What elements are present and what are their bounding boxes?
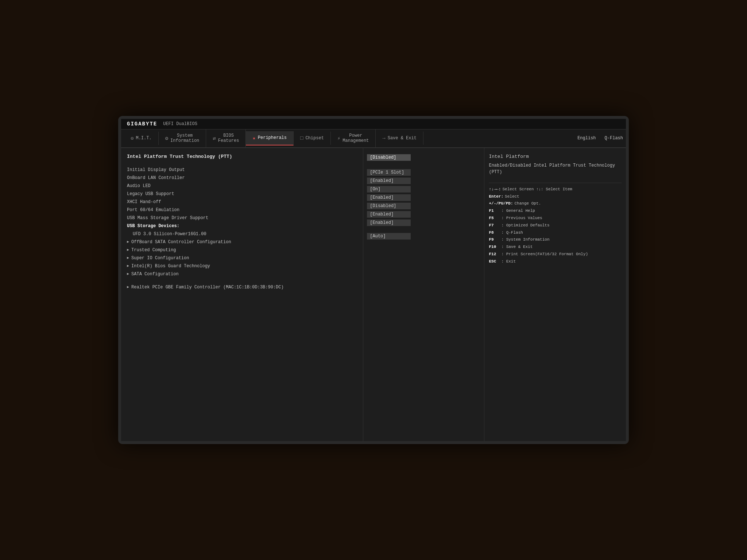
brand-uefi: UEFI DualBIOS xyxy=(163,121,197,127)
help-line-f5: F5 : Previous Values xyxy=(489,215,622,222)
help-key-arrows: ↑↓→←: xyxy=(489,186,501,193)
help-line-f10: F10 : Save & Exit xyxy=(489,244,622,251)
help-box: ↑↓→←: Select Screen ↑↓: Select Item Ente… xyxy=(489,186,622,265)
arrow-icon-realtek: ▶ xyxy=(127,284,129,290)
value-disabled-xhci[interactable]: [Disabled] xyxy=(367,202,480,209)
help-key-change: +/-/PU/PD: xyxy=(489,200,513,207)
help-key-f10: F10 xyxy=(489,244,500,251)
help-desc-enter: Select xyxy=(505,193,519,201)
platform-label: Intel Platform xyxy=(489,154,622,159)
qflash-button[interactable]: Q-Flash xyxy=(605,136,623,141)
menu-item-sata[interactable]: ▶SATA Configuration xyxy=(127,270,357,278)
chipset-icon: □ xyxy=(300,135,303,141)
tab-power-management[interactable]: ⚡ PowerManagement xyxy=(331,129,376,147)
help-key-f9: F9 xyxy=(489,236,500,244)
bios-screen: GIGABYTE UEFI DualBIOS ⊙ M.I.T. ⚙ System… xyxy=(121,119,626,441)
menu-column: Intel Platform Trust Technology (PTT) In… xyxy=(121,148,363,441)
help-desc-f1: : General Help xyxy=(501,207,535,215)
help-key-f5: F5 xyxy=(489,215,500,222)
help-desc-f7: : Optimized Defaults xyxy=(501,222,549,229)
help-key-f12: F12 xyxy=(489,251,500,258)
content-area: Intel Platform Trust Technology (PTT) In… xyxy=(121,148,626,441)
value-auto-ufd[interactable]: [Auto] xyxy=(367,233,480,240)
help-line-enter: Enter: Select xyxy=(489,193,622,201)
menu-item-trusted[interactable]: ▶Trusted Computing xyxy=(127,246,357,254)
menu-item-superio[interactable]: ▶Super IO Configuration xyxy=(127,254,357,262)
main-item-title: Intel Platform Trust Technology (PTT) xyxy=(127,154,357,159)
tab-chipset-label: Chipset xyxy=(305,136,324,141)
value-enabled-lan[interactable]: [Enabled] xyxy=(367,177,480,184)
help-desc-arrows: Select Screen ↑↓: Select Item xyxy=(502,186,572,193)
system-icon: ⚙ xyxy=(165,135,168,141)
value-enabled-usb[interactable]: [Enabled] xyxy=(367,194,480,201)
menu-item-audio[interactable]: Audio LED xyxy=(127,182,357,190)
value-enabled-mass[interactable]: [Enabled] xyxy=(367,219,480,226)
arrow-icon-offboard: ▶ xyxy=(127,239,129,245)
tab-chipset[interactable]: □ Chipset xyxy=(294,132,331,145)
help-key-f7: F7 xyxy=(489,222,500,229)
help-line-f8: F8 : Q-Flash xyxy=(489,229,622,237)
menu-item-usb-mass[interactable]: USB Mass Storage Driver Support xyxy=(127,214,357,222)
tab-mit-label: M.I.T. xyxy=(136,136,151,141)
menu-item-legacy-usb[interactable]: Legacy USB Support xyxy=(127,190,357,198)
help-line-esc: ESC : Exit xyxy=(489,258,622,265)
arrow-icon-sata: ▶ xyxy=(127,271,129,277)
tab-power-label: PowerManagement xyxy=(342,133,369,144)
help-line-f7: F7 : Optimized Defaults xyxy=(489,222,622,229)
arrow-icon-superio: ▶ xyxy=(127,255,129,261)
info-divider xyxy=(489,183,622,183)
menu-item-realtek[interactable]: ▶Realtek PCIe GBE Family Controller (MAC… xyxy=(127,283,357,291)
menu-item-spacer xyxy=(127,278,357,283)
help-key-f8: F8 xyxy=(489,229,500,237)
brand-gigabyte: GIGABYTE xyxy=(127,121,157,127)
tab-save-exit[interactable]: → Save & Exit xyxy=(376,132,423,145)
value-disabled-ptt[interactable]: [Disabled] xyxy=(367,154,411,161)
nav-right: English Q-Flash xyxy=(577,136,623,141)
help-key-enter: Enter: xyxy=(489,193,503,201)
info-description: Enabled/Disabled Intel Platform Trust Te… xyxy=(489,162,622,175)
value-enabled-port[interactable]: [Enabled] xyxy=(367,211,480,218)
menu-item-display[interactable]: Initial Display Output xyxy=(127,166,357,174)
bios-icon: ⇄ xyxy=(213,135,216,141)
help-desc-f5: : Previous Values xyxy=(501,215,542,222)
info-help-column: Intel Platform Enabled/Disabled Intel Pl… xyxy=(484,148,626,441)
help-line-arrows: ↑↓→←: Select Screen ↑↓: Select Item xyxy=(489,186,622,193)
menu-list: Initial Display Output OnBoard LAN Contr… xyxy=(127,166,357,291)
menu-item-lan[interactable]: OnBoard LAN Controller xyxy=(127,174,357,182)
menu-item-biosguard[interactable]: ▶Intel(R) Bios Guard Technology xyxy=(127,262,357,270)
help-line-f1: F1 : General Help xyxy=(489,207,622,215)
value-on-audio[interactable]: [On] xyxy=(367,186,480,192)
menu-item-usb-storage-header: USB Storage Devices: xyxy=(127,222,357,230)
header-bar: GIGABYTE UEFI DualBIOS xyxy=(121,119,626,129)
help-desc-f8: : Q-Flash xyxy=(501,229,523,237)
menu-item-xhci[interactable]: XHCI Hand-off xyxy=(127,198,357,206)
tab-system-information[interactable]: ⚙ SystemInformation xyxy=(159,129,206,147)
help-desc-esc: : Exit xyxy=(501,258,516,265)
tab-mit[interactable]: ⊙ M.I.T. xyxy=(124,132,159,145)
help-desc-change: Change Opt. xyxy=(514,200,541,207)
menu-item-offboard[interactable]: ▶OffBoard SATA Controller Configuration xyxy=(127,238,357,246)
tab-system-label: SystemInformation xyxy=(170,133,199,144)
peripherals-icon: ★ xyxy=(252,135,255,141)
help-line-change: +/-/PU/PD: Change Opt. xyxy=(489,200,622,207)
values-column: [Disabled] [PCIe 1 Slot] [Enabled] [On] … xyxy=(363,148,484,441)
nav-tabs: ⊙ M.I.T. ⚙ SystemInformation ⇄ BIOSFeatu… xyxy=(121,129,626,148)
menu-item-ufd[interactable]: UFD 3.0 Silicon-Power16G1.00 xyxy=(127,230,357,238)
tab-peripherals[interactable]: ★ Peripherals xyxy=(246,131,294,145)
help-desc-f9: : System Information xyxy=(501,236,549,244)
mit-icon: ⊙ xyxy=(131,135,133,141)
tab-peripherals-label: Peripherals xyxy=(258,135,287,140)
help-line-f12: F12 : Print Screen(FAT16/32 Format Only) xyxy=(489,251,622,258)
help-key-esc: ESC xyxy=(489,258,500,265)
help-line-f9: F9 : System Information xyxy=(489,236,622,244)
arrow-icon-biosguard: ▶ xyxy=(127,263,129,269)
language-selector[interactable]: English xyxy=(577,136,596,141)
monitor: GIGABYTE UEFI DualBIOS ⊙ M.I.T. ⚙ System… xyxy=(118,116,629,444)
value-pcie1slot[interactable]: [PCIe 1 Slot] xyxy=(367,169,480,176)
menu-item-port6064[interactable]: Port 60/64 Emulation xyxy=(127,206,357,214)
tab-bios-features[interactable]: ⇄ BIOSFeatures xyxy=(206,129,246,147)
arrow-icon-trusted: ▶ xyxy=(127,247,129,253)
save-icon: → xyxy=(382,135,385,141)
tab-save-label: Save & Exit xyxy=(388,136,417,141)
power-icon: ⚡ xyxy=(337,135,340,141)
